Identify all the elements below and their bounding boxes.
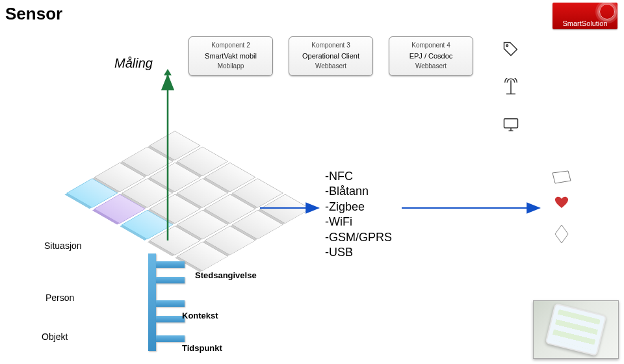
tidspunkt-label: Tidspunkt — [182, 343, 222, 353]
phone-photo — [533, 300, 619, 359]
page-title: Sensor — [5, 4, 62, 24]
context-grid — [97, 130, 313, 254]
component-row: Komponent 2 SmartVakt mobil Mobilapp Kom… — [188, 36, 473, 76]
brand-badge: SmartSolution — [552, 3, 618, 29]
phone-screen — [545, 303, 606, 356]
stedsangivelse-label: Stedsangivelse — [195, 270, 257, 280]
situasjon-label: Situasjon — [44, 240, 82, 251]
protocol-item: -Blåtann — [325, 184, 392, 199]
branch-vertical — [148, 254, 156, 351]
protocol-item: -Zigbee — [325, 200, 392, 214]
component-foot: Webbasert — [392, 62, 470, 71]
component-foot: Webbasert — [292, 62, 370, 71]
tablet-icon — [551, 170, 572, 185]
component-box-4: Komponent 4 EPJ / Cosdoc Webbasert — [389, 36, 473, 76]
protocol-item: -WiFi — [325, 214, 392, 229]
maling-label: Måling — [114, 56, 153, 71]
protocol-list: -NFC -Blåtann -Zigbee -WiFi -GSM/GPRS -U… — [325, 169, 392, 260]
objekt-label: Objekt — [42, 332, 68, 342]
component-name: SmartVakt mobil — [192, 51, 270, 61]
brand-rings-icon — [599, 4, 615, 20]
brand-label: SmartSolution — [562, 20, 607, 27]
svg-point-0 — [506, 45, 508, 47]
protocol-item: -GSM/GPRS — [325, 230, 392, 245]
person-label: Person — [46, 292, 74, 303]
component-box-3: Komponent 3 Operational Client Webbasert — [289, 36, 373, 76]
antenna-icon — [502, 78, 520, 96]
protocol-item: -NFC — [325, 169, 392, 184]
heart-icon — [551, 195, 572, 209]
component-box-2: Komponent 2 SmartVakt mobil Mobilapp — [188, 36, 273, 76]
svg-marker-3 — [164, 69, 172, 75]
svg-rect-1 — [504, 119, 518, 128]
component-foot: Mobilapp — [192, 62, 270, 71]
component-head: Komponent 2 — [192, 41, 270, 50]
component-head: Komponent 3 — [292, 41, 370, 50]
monitor-icon — [502, 116, 520, 134]
protocol-item: -USB — [325, 245, 392, 260]
component-head: Komponent 4 — [392, 41, 470, 50]
kontekst-label: Kontekst — [182, 311, 218, 320]
component-name: EPJ / Cosdoc — [392, 51, 470, 61]
component-name: Operational Client — [292, 51, 370, 61]
tag-icon — [502, 40, 520, 58]
diamond-icon — [551, 224, 572, 238]
